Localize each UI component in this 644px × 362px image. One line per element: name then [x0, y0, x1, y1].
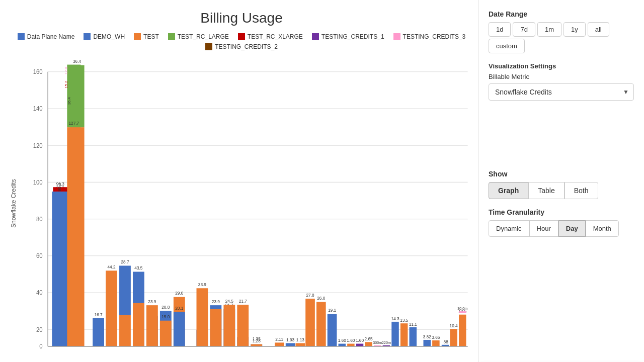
legend-label-demo_wh: Data Plane Name: [27, 33, 75, 40]
svg-rect-64: [210, 309, 221, 346]
svg-rect-111: [432, 340, 440, 346]
svg-text:23.9: 23.9: [212, 299, 220, 304]
svg-text:43.5: 43.5: [134, 265, 142, 270]
page-title: Billing Usage: [10, 10, 473, 26]
date-btn-1m[interactable]: 1m: [537, 22, 561, 37]
show-section: Show Graph Table Both: [489, 170, 634, 199]
svg-text:1.13: 1.13: [296, 337, 304, 342]
svg-text:15.0: 15.0: [162, 314, 170, 319]
svg-text:36.4: 36.4: [67, 97, 71, 105]
svg-text:1.60: 1.60: [347, 338, 355, 343]
gran-btn-dynamic[interactable]: Dynamic: [489, 220, 529, 237]
svg-text:140: 140: [33, 105, 43, 112]
svg-text:2.65: 2.65: [365, 336, 373, 341]
svg-rect-55: [174, 312, 185, 346]
gran-btn-month[interactable]: Month: [586, 220, 619, 237]
svg-rect-28: [67, 127, 80, 346]
svg-text:23.9: 23.9: [148, 299, 156, 304]
svg-text:1.93: 1.93: [286, 337, 294, 342]
svg-rect-36: [106, 270, 117, 346]
svg-text:29.0: 29.0: [175, 291, 183, 296]
date-range-buttons: 1d 7d 1m 1y all custom: [489, 22, 634, 53]
svg-text:May 14: May 14: [106, 350, 125, 352]
svg-rect-34: [93, 318, 104, 346]
svg-text:0: 0: [39, 343, 43, 349]
svg-text:100: 100: [33, 178, 43, 185]
svg-rect-40: [119, 265, 131, 315]
viz-settings-label: Visualization Settings: [489, 62, 634, 70]
date-btn-1y[interactable]: 1y: [564, 22, 586, 37]
svg-rect-119: [459, 311, 466, 313]
show-label: Show: [489, 170, 634, 178]
svg-rect-88: [328, 314, 337, 346]
gran-btn-day[interactable]: Day: [558, 220, 586, 237]
svg-rect-102: [391, 322, 399, 346]
svg-rect-106: [410, 327, 417, 346]
show-buttons: Graph Table Both: [489, 182, 634, 199]
viz-settings-section: Visualization Settings Billable Metric S…: [489, 62, 634, 101]
svg-text:1.35: 1.35: [253, 336, 261, 341]
granularity-buttons: Dynamic Hour Day Month: [489, 220, 634, 237]
legend-label-testing-credits-1: TESTING_CREDITS_1: [321, 33, 384, 40]
svg-text:30.0m: 30.0m: [457, 306, 467, 311]
svg-text:220m: 220m: [382, 340, 391, 344]
svg-text:19.1: 19.1: [328, 308, 336, 313]
svg-text:127.7: 127.7: [68, 120, 79, 125]
date-btn-all[interactable]: all: [588, 22, 609, 37]
show-btn-both[interactable]: Both: [565, 182, 598, 199]
svg-rect-67: [223, 305, 235, 346]
date-range-section: Date Range 1d 7d 1m 1y all custom: [489, 10, 634, 53]
metric-select[interactable]: Snowflake Credits: [489, 83, 634, 101]
svg-text:120: 120: [33, 142, 43, 148]
svg-text:3.82: 3.82: [423, 334, 431, 339]
granularity-section: Time Granularity Dynamic Hour Day Month: [489, 208, 634, 237]
svg-text:15.2: 15.2: [64, 81, 69, 88]
date-btn-1d[interactable]: 1d: [489, 22, 511, 37]
legend-label-test-rc-xlarge: TEST_RC_XLARGE: [248, 33, 303, 40]
svg-text:Jun 4: Jun 4: [440, 350, 454, 352]
chart-canvas: 160 140 120 100 80 60 40 20 0: [19, 55, 473, 352]
legend-label-test-rc-large: TEST_RC_LARGE: [178, 33, 229, 40]
svg-text:May 21: May 21: [218, 350, 237, 352]
svg-text:20.1: 20.1: [175, 306, 183, 311]
svg-text:1.60: 1.60: [356, 338, 364, 343]
svg-text:11.1: 11.1: [409, 321, 417, 326]
svg-rect-117: [459, 315, 466, 346]
svg-text:20.8: 20.8: [162, 304, 170, 309]
svg-text:26.0: 26.0: [317, 296, 325, 301]
granularity-label: Time Granularity: [489, 208, 634, 216]
svg-text:16.7: 16.7: [95, 312, 103, 317]
gran-btn-hour[interactable]: Hour: [529, 220, 558, 237]
svg-text:12.8: 12.8: [64, 67, 69, 74]
svg-text:36.4: 36.4: [73, 59, 81, 64]
svg-rect-51: [160, 321, 172, 346]
svg-rect-78: [275, 342, 284, 346]
svg-text:21.7: 21.7: [239, 298, 247, 303]
svg-rect-115: [450, 329, 457, 346]
svg-text:1.60: 1.60: [338, 338, 346, 343]
svg-text:160: 160: [33, 68, 43, 75]
billable-metric-label: Billable Metric: [489, 73, 634, 80]
chart-legend: Data Plane Name DEMO_WH TEST TEST_RC_LAR…: [10, 33, 473, 50]
svg-rect-80: [286, 343, 295, 347]
svg-text:.88: .88: [442, 339, 448, 344]
show-btn-graph[interactable]: Graph: [489, 182, 528, 199]
svg-rect-96: [365, 342, 372, 346]
legend-label-testing-credits-2: TESTING_CREDITS_2: [215, 43, 278, 50]
svg-rect-38: [119, 315, 131, 346]
svg-rect-86: [316, 302, 326, 347]
metric-select-wrapper: Snowflake Credits ▼: [489, 83, 634, 101]
svg-text:20: 20: [36, 326, 43, 332]
svg-text:14.3: 14.3: [391, 316, 399, 321]
svg-text:300m: 300m: [373, 340, 382, 344]
date-btn-7d[interactable]: 7d: [513, 22, 535, 37]
date-range-label: Date Range: [489, 10, 634, 18]
svg-rect-104: [400, 323, 408, 346]
svg-rect-84: [305, 299, 315, 346]
date-btn-custom[interactable]: custom: [489, 39, 525, 53]
y-axis-label: Snowflake Credits: [10, 55, 17, 352]
show-btn-table[interactable]: Table: [528, 182, 564, 199]
svg-text:May 28: May 28: [333, 350, 352, 352]
svg-text:2.13: 2.13: [275, 337, 283, 342]
svg-text:13.5: 13.5: [400, 318, 408, 323]
